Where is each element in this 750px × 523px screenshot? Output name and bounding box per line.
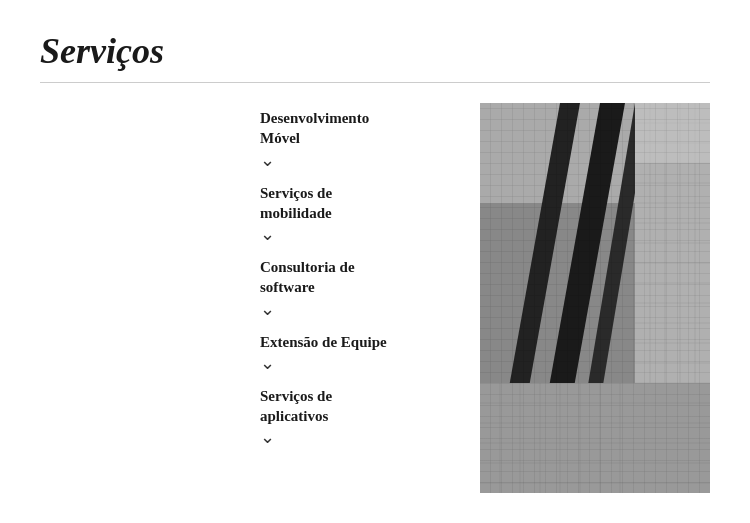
section-divider xyxy=(40,82,710,83)
chevron-icon-servicos-mobilidade[interactable]: ⌄ xyxy=(260,225,460,243)
left-spacer xyxy=(40,103,260,493)
svg-rect-0 xyxy=(480,103,710,493)
service-label-consultoria-software[interactable]: Consultoria desoftware xyxy=(260,259,355,295)
architecture-svg xyxy=(480,103,710,493)
service-label-servicos-aplicativos[interactable]: Serviços deaplicativos xyxy=(260,388,332,424)
service-item-extensao-equipe: Extensão de Equipe⌄ xyxy=(260,332,460,382)
service-item-servicos-aplicativos: Serviços deaplicativos⌄ xyxy=(260,386,460,457)
service-item-servicos-mobilidade: Serviços demobilidade⌄ xyxy=(260,183,460,254)
services-list: DesenvolvimentoMóvel⌄Serviços demobilida… xyxy=(260,103,460,493)
svg-marker-4 xyxy=(570,103,650,493)
service-label-servicos-mobilidade[interactable]: Serviços demobilidade xyxy=(260,185,332,221)
svg-rect-1 xyxy=(480,103,710,203)
svg-rect-5 xyxy=(635,103,710,493)
svg-rect-42 xyxy=(635,103,710,163)
building-image xyxy=(480,103,710,493)
page-title: Serviços xyxy=(40,30,710,72)
svg-marker-3 xyxy=(530,103,625,493)
content-area: DesenvolvimentoMóvel⌄Serviços demobilida… xyxy=(40,103,710,493)
chevron-icon-consultoria-software[interactable]: ⌄ xyxy=(260,300,460,318)
service-item-desenvolvimento-movel: DesenvolvimentoMóvel⌄ xyxy=(260,108,460,179)
page-container: Serviços DesenvolvimentoMóvel⌄Serviços d… xyxy=(0,0,750,523)
svg-rect-29 xyxy=(480,383,710,493)
chevron-icon-servicos-aplicativos[interactable]: ⌄ xyxy=(260,428,460,446)
svg-marker-2 xyxy=(490,103,580,493)
chevron-icon-desenvolvimento-movel[interactable]: ⌄ xyxy=(260,151,460,169)
chevron-icon-extensao-equipe[interactable]: ⌄ xyxy=(260,354,460,372)
building-image-container xyxy=(480,103,710,493)
service-label-desenvolvimento-movel[interactable]: DesenvolvimentoMóvel xyxy=(260,110,369,146)
service-label-extensao-equipe[interactable]: Extensão de Equipe xyxy=(260,334,387,350)
service-item-consultoria-software: Consultoria desoftware⌄ xyxy=(260,257,460,328)
